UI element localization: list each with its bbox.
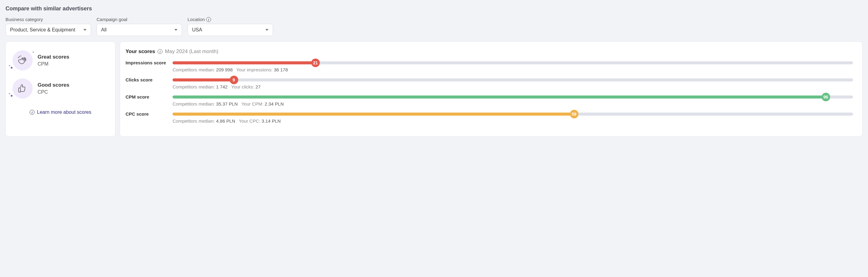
score-badge: 21: [311, 59, 320, 67]
score-badge: 96: [822, 93, 830, 101]
business-category-dropdown[interactable]: Product, Service & Equipment: [5, 24, 91, 36]
filter-label: Campaign goal: [96, 17, 182, 22]
scores-card: Your scores i May 2024 (Last month) Impr…: [120, 41, 863, 137]
svg-rect-3: [19, 88, 21, 92]
score-name: Clicks score: [126, 77, 168, 82]
dropdown-value: USA: [192, 27, 202, 33]
dropdown-value: Product, Service & Equipment: [10, 27, 75, 33]
score-row: CPC score59: [126, 111, 853, 116]
info-icon[interactable]: i: [206, 17, 211, 22]
chevron-down-icon: [266, 29, 269, 31]
filter-label-text: Location: [188, 17, 205, 22]
scores-header: Your scores i May 2024 (Last month): [126, 48, 853, 55]
svg-line-0: [19, 56, 20, 57]
clap-icon: [12, 50, 33, 70]
score-subtext: Competitors median: 4.86 PLNYour CPC: 3.…: [173, 118, 853, 124]
score-row: CPM score96: [126, 94, 853, 99]
filter-business-category: Business category Product, Service & Equ…: [5, 17, 91, 36]
score-subtext: Competitors median: 1 742Your clicks: 27: [173, 84, 853, 90]
score-row: Clicks score9: [126, 77, 853, 82]
info-icon: i: [30, 110, 34, 115]
good-scores-title: Good scores: [37, 82, 69, 88]
score-name: CPM score: [126, 94, 168, 99]
score-badge: 59: [570, 110, 579, 118]
learn-more-link[interactable]: i Learn more about scores: [12, 109, 108, 115]
score-bar-track: 96: [173, 96, 853, 99]
score-bar-track: 9: [173, 78, 853, 81]
score-name: Impressions score: [126, 60, 168, 65]
score-bar-fill: [173, 96, 826, 99]
filter-label: Location i: [188, 17, 273, 22]
chevron-down-icon: [83, 29, 87, 31]
score-bar-track: 21: [173, 61, 853, 64]
score-summary-card: Great scores CPM Good scores CPC i Learn…: [5, 41, 116, 137]
campaign-goal-dropdown[interactable]: All: [96, 24, 182, 36]
great-scores-item: Great scores CPM: [12, 50, 108, 70]
filter-location: Location i USA: [188, 17, 273, 36]
score-bar-fill: [173, 78, 234, 81]
great-scores-title: Great scores: [37, 54, 69, 60]
score-bar-fill: [173, 112, 574, 116]
chevron-down-icon: [175, 29, 178, 31]
score-subtext: Competitors median: 209 998Your impressi…: [173, 67, 853, 72]
score-bar-fill: [173, 61, 315, 64]
filter-bar: Business category Product, Service & Equ…: [5, 17, 863, 36]
svg-line-2: [18, 57, 19, 58]
score-bar-track: 59: [173, 112, 853, 116]
learn-more-text: Learn more about scores: [37, 109, 91, 115]
filter-label: Business category: [5, 17, 91, 22]
thumbs-up-icon: [12, 78, 33, 99]
score-subtext: Competitors median: 35.37 PLNYour CPM: 2…: [173, 101, 853, 106]
section-title: Compare with similar advertisers: [5, 5, 863, 12]
scores-period: May 2024 (Last month): [165, 48, 218, 55]
filter-campaign-goal: Campaign goal All: [96, 17, 182, 36]
info-icon[interactable]: i: [158, 49, 162, 54]
score-badge: 9: [230, 76, 238, 84]
score-row: Impressions score21: [126, 60, 853, 65]
dropdown-value: All: [101, 27, 106, 33]
great-scores-metrics: CPM: [37, 61, 69, 67]
score-name: CPC score: [126, 111, 168, 116]
svg-line-1: [21, 56, 21, 57]
good-scores-metrics: CPC: [37, 90, 69, 95]
good-scores-item: Good scores CPC: [12, 78, 108, 99]
scores-title: Your scores: [126, 48, 155, 55]
location-dropdown[interactable]: USA: [188, 24, 273, 36]
